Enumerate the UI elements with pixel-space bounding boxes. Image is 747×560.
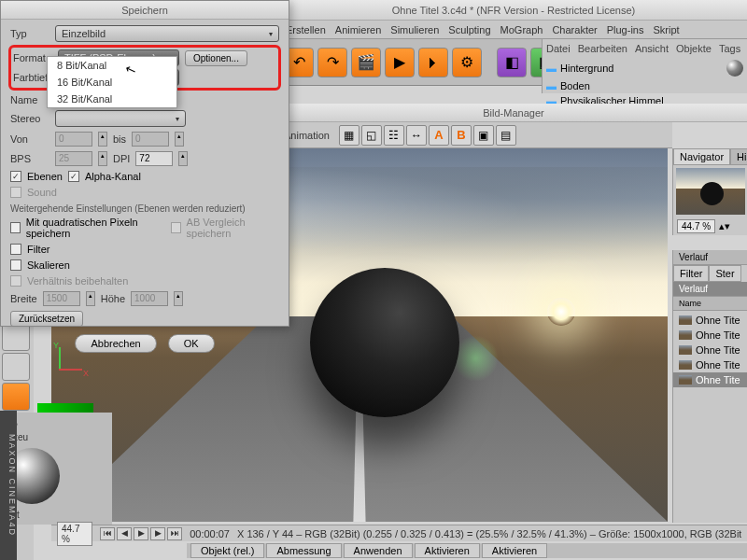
navigator-panel: Navigator Histo 44.7 % ▴▾ (672, 148, 747, 235)
menu-simulieren[interactable]: Simulieren (390, 24, 439, 35)
tab-anwenden[interactable]: Anwenden (344, 543, 413, 558)
nav-first-icon[interactable]: ⏮ (100, 527, 115, 540)
verlauf-panel: Verlauf Filter Ster Verlauf Name Ohne Ti… (672, 250, 747, 523)
bl-size: 0 B (4, 416, 108, 430)
bm-btn4-icon[interactable]: ↔ (406, 125, 427, 146)
alpha-label: Alpha-Kanal (85, 171, 141, 182)
von-field[interactable]: 0 (55, 132, 92, 147)
history-item[interactable]: Ohne Tite (673, 313, 747, 328)
menu-skript[interactable]: Skript (653, 24, 679, 35)
menu-animieren[interactable]: Animieren (335, 24, 382, 35)
histogram-tab[interactable]: Histo (730, 148, 747, 165)
tool-settings-icon[interactable]: ⚙ (452, 48, 482, 77)
bis-label: bis (113, 133, 126, 145)
navigator-thumbnail[interactable] (676, 168, 745, 215)
bps-stepper-icon[interactable]: ▴ (98, 151, 107, 166)
zoom-stepper-icon[interactable]: ▴▾ (719, 220, 730, 232)
von-stepper-icon[interactable]: ▴ (98, 132, 107, 147)
nav-prev-icon[interactable]: ◀ (117, 527, 132, 540)
bps-label: BPS (10, 153, 49, 164)
menu-erstellen[interactable]: Erstellen (286, 24, 326, 35)
history-item[interactable]: Ohne Tite (673, 357, 747, 372)
option-8bit[interactable]: 8 Bit/Kanal (48, 57, 176, 74)
bm-btn3-icon[interactable]: ☷ (384, 125, 404, 146)
menu-mograph[interactable]: MoGraph (500, 24, 543, 35)
nav-next-icon[interactable]: ▶ (150, 527, 165, 540)
tab-abmessung[interactable]: Abmessung (266, 543, 341, 558)
hoehe-field[interactable]: 1000 (131, 291, 168, 306)
options-button[interactable]: Optionen... (185, 50, 247, 66)
om-tags[interactable]: Tags (719, 43, 740, 54)
typ-dropdown[interactable]: Einzelbild (55, 25, 279, 42)
cancel-button[interactable]: Abbrechen (75, 334, 156, 353)
tab-aktivieren2[interactable]: Aktivieren (482, 543, 547, 558)
tool-render2-icon[interactable]: ⏵ (418, 48, 448, 77)
dpi-field[interactable]: 72 (135, 151, 173, 166)
nav-play-icon[interactable]: ▶ (134, 527, 148, 540)
menu-plugins[interactable]: Plug-ins (607, 24, 644, 35)
ebenen-checkbox[interactable] (10, 171, 21, 182)
bps-field[interactable]: 25 (55, 151, 92, 166)
status-time: 00:00:07 (190, 528, 230, 539)
tool-redo-icon[interactable]: ↷ (317, 48, 347, 77)
verlauf-stereo-tab[interactable]: Ster (709, 265, 740, 282)
om-datei[interactable]: Datei (546, 43, 571, 54)
tab-aktivieren[interactable]: Aktivieren (415, 543, 480, 558)
bis-field[interactable]: 0 (132, 132, 169, 147)
tool-cube-icon[interactable]: ◧ (497, 48, 527, 77)
alpha-checkbox[interactable] (68, 171, 79, 182)
material-name[interactable]: Mat (4, 508, 108, 522)
left-tool-4[interactable] (2, 383, 30, 411)
ebenen-label: Ebenen (27, 171, 63, 182)
dpi-stepper-icon[interactable]: ▴ (178, 151, 188, 166)
history-item[interactable]: Ohne Tite (673, 343, 747, 357)
hoehe-stepper-icon[interactable]: ▴ (174, 291, 183, 306)
tool-clapper-icon[interactable]: 🎬 (351, 48, 381, 77)
om-objekte[interactable]: Objekte (676, 43, 712, 54)
status-zoom[interactable]: 44.7 % (57, 522, 92, 546)
material-panel: 0 B Erzeu Mat (0, 413, 112, 525)
nav-last-icon[interactable]: ⏭ (167, 527, 182, 540)
stereo-dropdown[interactable] (55, 110, 186, 127)
breite-stepper-icon[interactable]: ▴ (86, 291, 95, 306)
sphere-icon (726, 60, 743, 77)
ab-label: AB Vergleich speichern (187, 217, 279, 239)
bm-btn8-icon[interactable]: ▤ (496, 125, 516, 146)
om-bearbeiten[interactable]: Bearbeiten (578, 43, 627, 54)
option-32bit[interactable]: 32 Bit/Kanal (48, 91, 176, 107)
ok-button[interactable]: OK (168, 334, 215, 353)
history-item[interactable]: Ohne Tite (673, 328, 747, 343)
navigator-tab[interactable]: Navigator (673, 148, 730, 165)
om-ansicht[interactable]: Ansicht (635, 43, 669, 54)
option-16bit[interactable]: 16 Bit/Kanal (48, 74, 176, 91)
verlauf-tab[interactable]: Verlauf (673, 250, 747, 265)
navigator-zoom-field[interactable]: 44.7 % (677, 219, 715, 233)
bm-animation-tab[interactable]: Animation (284, 130, 337, 141)
bm-btn2-icon[interactable]: ◱ (361, 125, 382, 146)
skalieren-checkbox[interactable] (10, 259, 21, 271)
bis-stepper-icon[interactable]: ▴ (175, 132, 184, 147)
typ-label: Typ (10, 28, 49, 39)
layer-boden[interactable]: ▬Boden (546, 78, 743, 93)
farbtiefe-dropdown-menu: 8 Bit/Kanal 16 Bit/Kanal 32 Bit/Kanal (47, 56, 177, 108)
bl-erzeu[interactable]: Erzeu (4, 430, 108, 444)
history-item-active[interactable]: Ohne Tite (673, 372, 747, 387)
menu-charakter[interactable]: Charakter (552, 24, 597, 35)
ratio-label: Verhältnis beibehalten (27, 275, 128, 287)
verlauf-header: Verlauf (673, 282, 747, 297)
bm-b-button[interactable]: B (451, 125, 472, 146)
layer-hintergrund[interactable]: ▬Hintergrund (546, 58, 743, 78)
verlauf-filter-tab[interactable]: Filter (673, 265, 709, 282)
tool-render-icon[interactable]: ▶ (385, 48, 415, 77)
tab-objekt[interactable]: Objekt (rel.) (190, 543, 264, 558)
timeline-strip[interactable] (37, 403, 93, 413)
filter-checkbox[interactable] (10, 244, 21, 255)
advanced-label: Weitergehende Einstellungen (Ebenen werd… (10, 203, 279, 214)
quad-checkbox[interactable] (10, 222, 21, 233)
reset-button[interactable]: Zurücksetzen (10, 311, 83, 327)
menu-sculpting[interactable]: Sculpting (448, 24, 490, 35)
bm-btn7-icon[interactable]: ▣ (473, 125, 494, 146)
bm-btn1-icon[interactable]: ▦ (339, 125, 359, 146)
breite-field[interactable]: 1500 (43, 291, 80, 306)
bm-a-button[interactable]: A (429, 125, 449, 146)
